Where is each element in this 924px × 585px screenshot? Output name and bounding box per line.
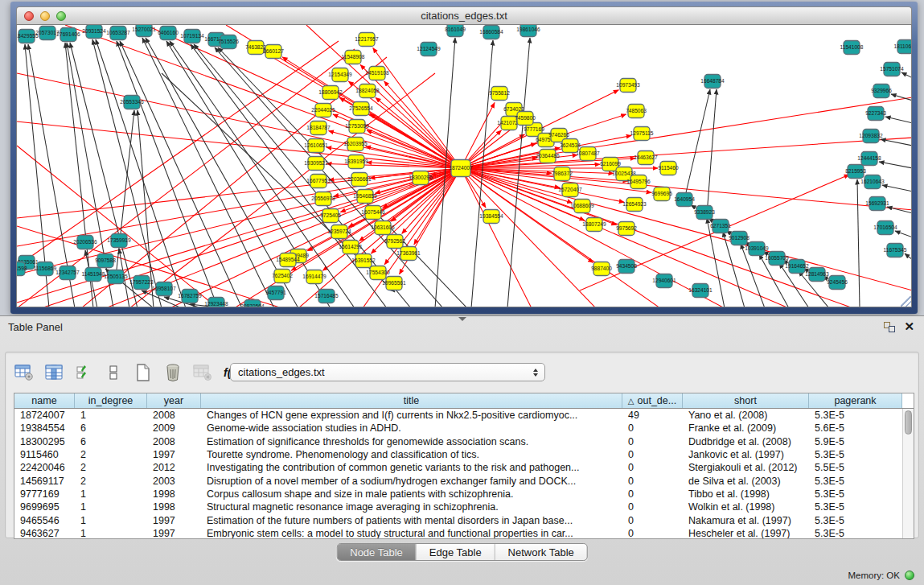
graph-node-yellow[interactable]: 7986372 — [552, 167, 573, 181]
graph-node-yellow[interactable]: 9975692 — [616, 222, 637, 236]
graph-node-teal[interactable]: 9329966 — [871, 84, 892, 98]
graph-node-teal[interactable]: 12342757 — [55, 266, 80, 280]
graph-node-teal[interactable]: 12814963 — [805, 268, 829, 282]
graph-node-yellow[interactable]: 20364486 — [536, 150, 560, 163]
graph-node-teal[interactable]: 12505135 — [104, 270, 128, 284]
graph-node-teal[interactable]: 27691406 — [56, 28, 80, 42]
column-check-icon[interactable] — [73, 361, 94, 384]
column-header-out-de-[interactable]: △out_de... — [622, 393, 683, 408]
row-height-icon[interactable] — [103, 361, 124, 384]
table-row[interactable]: 1830029562008Estimation of significance … — [14, 435, 914, 448]
graph-node-yellow[interactable]: 7625402 — [272, 270, 293, 283]
graph-node-teal[interactable]: 8215953 — [845, 165, 866, 179]
graph-node-teal[interactable]: 12444158 — [857, 152, 881, 166]
graph-node-yellow[interactable]: 19384554 — [479, 210, 503, 224]
graph-node-yellow[interactable]: 12217957 — [355, 33, 379, 47]
graph-node-teal[interactable]: 16324101 — [688, 284, 713, 298]
new-column-icon[interactable] — [133, 361, 154, 384]
graph-node-yellow[interactable]: 18300295 — [409, 171, 433, 185]
graph-node-teal[interactable]: 10391049 — [745, 242, 769, 256]
graph-node-teal[interactable]: 11541008 — [840, 41, 864, 55]
table-row[interactable]: 977716911998Corpus callosum shape and si… — [14, 488, 914, 501]
graph-node-teal[interactable]: 15692931 — [865, 197, 889, 211]
column-header-short[interactable]: short — [683, 393, 809, 408]
window-resize-grip[interactable] — [901, 296, 911, 307]
show-columns-icon[interactable] — [43, 361, 64, 384]
citation-network-graph[interactable]: 1842955520573017276914062093152410653287… — [17, 25, 912, 307]
graph-node-yellow[interactable]: 15720407 — [558, 183, 582, 197]
graph-node-yellow[interactable]: 16391552 — [351, 254, 376, 268]
graph-node-yellow[interactable]: 15614291 — [339, 241, 363, 254]
graph-node-teal[interactable]: 6271351 — [710, 220, 731, 233]
graph-node-yellow[interactable]: 11548908 — [342, 51, 365, 64]
graph-node-teal[interactable]: 16648784 — [700, 75, 725, 89]
graph-node-teal[interactable]: 17359919 — [107, 234, 131, 248]
graph-node-teal[interactable]: 8161049 — [445, 25, 466, 37]
graph-node-yellow[interactable]: 16914479 — [302, 270, 326, 284]
graph-node-teal[interactable]: 12124549 — [417, 43, 441, 56]
graph-node-teal[interactable]: 15751074 — [880, 63, 904, 76]
graph-node-yellow[interactable]: 12654923 — [622, 198, 647, 212]
table-row[interactable]: 911546021997Tourette syndrome. Phenomeno… — [14, 448, 914, 461]
graph-node-yellow[interactable]: 18824058 — [355, 84, 380, 98]
graph-node-teal[interactable]: 7515526 — [218, 35, 239, 49]
graph-node-teal[interactable]: 16782759 — [178, 290, 202, 303]
graph-node-teal[interactable]: 16860584 — [479, 26, 503, 39]
graph-node-teal[interactable]: 6466160 — [158, 27, 179, 40]
graph-node-teal[interactable]: 20931524 — [82, 25, 106, 39]
graph-node-teal[interactable]: 20970564 — [240, 300, 265, 308]
column-header-pagerank[interactable]: pagerank — [809, 393, 902, 408]
graph-node-teal[interactable]: 15716485 — [314, 290, 339, 303]
table-row[interactable]: 1938455462009Genome-wide association stu… — [14, 422, 914, 435]
graph-node-yellow[interactable]: 8660127 — [263, 45, 284, 59]
graph-node-yellow[interactable]: 16495796 — [626, 175, 651, 189]
graph-node-yellow[interactable]: 12610651 — [304, 139, 328, 153]
graph-node-yellow[interactable]: 16203955 — [343, 138, 368, 151]
graph-node-teal[interactable]: 16958107 — [152, 282, 176, 296]
column-header-title[interactable]: title — [201, 393, 622, 408]
graph-node-teal[interactable]: 11451948 — [82, 268, 105, 282]
graph-node-teal[interactable]: 11156869 — [34, 262, 57, 276]
table-mode-icon[interactable] — [14, 361, 35, 384]
graph-node-teal[interactable]: 10719134 — [180, 30, 204, 43]
graph-node-teal[interactable]: 17957223 — [129, 276, 154, 290]
tab-node-table[interactable]: Node Table — [337, 544, 417, 560]
graph-node-yellow[interactable]: 12753090 — [345, 120, 369, 134]
graph-node-yellow[interactable]: 10973493 — [616, 79, 640, 93]
graph-node-teal[interactable]: 20206536 — [73, 236, 97, 249]
graph-node-yellow[interactable]: 22044025 — [311, 104, 335, 117]
graph-node-yellow[interactable]: 7485063 — [626, 105, 647, 118]
graph-node-teal[interactable]: 20553346 — [120, 96, 144, 109]
graph-node-yellow[interactable]: 9725405 — [320, 209, 341, 223]
graph-node-teal[interactable]: 1640954 — [674, 193, 695, 207]
graph-node-yellow[interactable]: 17363961 — [396, 247, 421, 261]
graph-node-teal[interactable]: 15270021 — [132, 25, 156, 37]
network-table-selector[interactable]: citations_edges.txt — [230, 363, 545, 381]
graph-node-yellow[interactable]: 9792562 — [384, 235, 405, 249]
graph-node-teal[interactable]: 12923448 — [204, 298, 228, 308]
graph-node-yellow[interactable]: 27526554 — [349, 102, 373, 116]
graph-node-yellow[interactable]: 10688609 — [570, 200, 594, 213]
graph-node-yellow[interactable]: 18184787 — [306, 122, 331, 135]
close-panel-icon[interactable]: ✕ — [904, 319, 914, 334]
graph-node-teal[interactable]: 12093832 — [859, 130, 883, 143]
graph-node-yellow[interactable]: 10807487 — [576, 147, 600, 161]
tab-edge-table[interactable]: Edge Table — [417, 544, 495, 560]
graph-node-yellow[interactable]: 18391959 — [344, 155, 368, 169]
window-titlebar[interactable]: citations_edges.txt — [16, 6, 912, 24]
column-header-name[interactable]: name — [14, 393, 75, 408]
graph-node-yellow[interactable]: 18806942 — [318, 86, 343, 100]
graph-node-yellow[interactable]: 10631606 — [371, 221, 395, 235]
graph-node-yellow[interactable]: 18724007 — [449, 160, 473, 177]
graph-node-yellow[interactable]: 7459800 — [515, 112, 536, 126]
graph-node-yellow[interactable]: 20556978 — [311, 192, 335, 206]
graph-node-teal[interactable]: 17016504 — [873, 221, 897, 235]
graph-node-teal[interactable]: 12940601 — [652, 274, 676, 288]
table-row[interactable]: 1456911722003Disruption of a novel membe… — [14, 474, 914, 487]
graph-node-teal[interactable]: 11675345 — [884, 244, 907, 257]
graph-node-yellow[interactable]: 9699695 — [651, 187, 672, 201]
graph-node-teal[interactable]: 9338923 — [694, 206, 715, 220]
graph-node-yellow[interactable]: 19965561 — [382, 277, 406, 290]
graph-node-yellow[interactable]: 14463627 — [634, 151, 658, 165]
graph-node-yellow[interactable]: 9887400 — [591, 262, 612, 276]
